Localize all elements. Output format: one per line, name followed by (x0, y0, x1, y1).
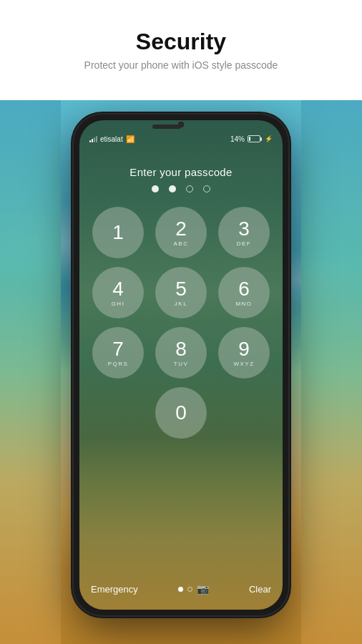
key-2-number: 2 (175, 219, 187, 239)
passcode-content: Enter your passcode 1 2 (79, 152, 283, 610)
key-5-number: 5 (175, 279, 187, 299)
key-8-letters: TUV (174, 361, 189, 367)
key-7-number: 7 (112, 339, 124, 359)
battery-fill (249, 137, 250, 141)
phone-speaker (152, 125, 181, 129)
signal-bar-3 (94, 137, 95, 142)
key-3-letters: DEF (237, 240, 252, 247)
beach-panel-left (0, 100, 61, 644)
battery-tip (260, 137, 262, 141)
keypad-row-4: 0 (155, 387, 207, 439)
key-9[interactable]: 9 WXYZ (218, 327, 270, 379)
battery-body (248, 135, 260, 142)
key-8[interactable]: 8 TUV (155, 327, 207, 379)
passcode-dot-4 (203, 185, 210, 192)
key-6-number: 6 (238, 279, 250, 299)
key-0-number: 0 (175, 403, 187, 423)
key-6-letters: MNO (235, 301, 252, 307)
keypad: 1 2 ABC 3 DEF 4 (92, 207, 270, 610)
key-2[interactable]: 2 ABC (155, 207, 207, 258)
passcode-dots (152, 185, 210, 192)
key-1-number: 1 (112, 223, 124, 243)
key-4[interactable]: 4 GHI (92, 267, 144, 318)
battery-percent: 14% (230, 135, 245, 143)
indicator-dot-1 (178, 587, 183, 592)
key-3[interactable]: 3 DEF (218, 207, 270, 258)
key-4-number: 4 (112, 279, 124, 299)
phone-bottom-bar: Emergency 📷 Clear (79, 574, 283, 610)
battery-icon (248, 135, 262, 142)
signal-icon (89, 135, 97, 142)
page-subtitle: Protect your phone with iOS style passco… (0, 59, 362, 71)
key-9-number: 9 (238, 339, 250, 359)
passcode-prompt: Enter your passcode (129, 166, 232, 178)
status-right: 14% ⚡ (230, 135, 273, 143)
signal-bar-1 (89, 140, 91, 142)
key-9-letters: WXYZ (233, 361, 254, 367)
bottom-indicators: 📷 (178, 583, 209, 595)
keypad-row-1: 1 2 ABC 3 DEF (92, 207, 270, 258)
passcode-dot-1 (152, 185, 159, 192)
keypad-row-3: 7 PQRS 8 TUV 9 WXYZ (92, 327, 270, 379)
key-5-letters: JKL (175, 301, 187, 307)
key-5[interactable]: 5 JKL (155, 267, 207, 318)
phone-frame: etisalat 📶 14% ⚡ (74, 114, 288, 615)
key-6[interactable]: 6 MNO (218, 267, 270, 318)
key-8-number: 8 (175, 339, 187, 359)
key-2-letters: ABC (174, 240, 189, 247)
keypad-row-2: 4 GHI 5 JKL 6 MNO (92, 267, 270, 318)
status-left: etisalat 📶 (89, 135, 134, 143)
app-header: Security Protect your phone with iOS sty… (0, 0, 362, 85)
carrier-name: etisalat (100, 135, 123, 143)
signal-bar-2 (92, 139, 93, 142)
passcode-dot-3 (186, 185, 193, 192)
key-7[interactable]: 7 PQRS (92, 327, 144, 379)
emergency-button[interactable]: Emergency (91, 584, 138, 595)
signal-bar-4 (96, 136, 97, 142)
key-4-letters: GHI (112, 301, 125, 307)
beach-panel-right (301, 100, 362, 644)
clear-button[interactable]: Clear (249, 584, 271, 595)
passcode-dot-2 (169, 185, 176, 192)
key-1[interactable]: 1 (92, 207, 144, 258)
indicator-dot-2 (187, 587, 192, 592)
wifi-icon: 📶 (126, 135, 134, 143)
key-0[interactable]: 0 (155, 387, 207, 439)
charging-icon: ⚡ (265, 135, 273, 142)
phone-screen: etisalat 📶 14% ⚡ (79, 120, 283, 610)
camera-icon: 📷 (197, 583, 209, 595)
phone-scene: etisalat 📶 14% ⚡ (0, 100, 362, 644)
key-3-number: 3 (238, 219, 250, 239)
page-title: Security (0, 29, 362, 55)
key-7-letters: PQRS (108, 361, 129, 367)
